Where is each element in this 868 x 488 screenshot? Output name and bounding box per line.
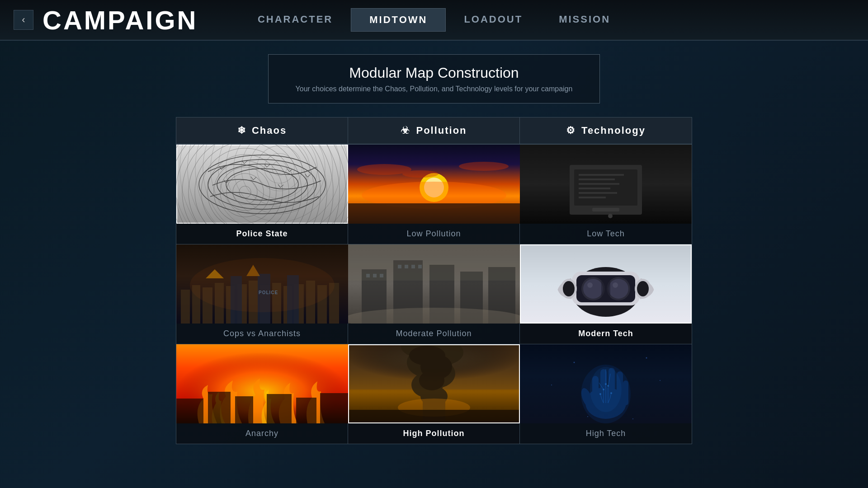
card-cops-anarchists[interactable]: POLICE Cops vs Anarchists bbox=[176, 244, 348, 344]
svg-rect-113 bbox=[601, 275, 610, 302]
svg-line-8 bbox=[242, 160, 244, 164]
svg-rect-51 bbox=[320, 393, 348, 423]
back-button[interactable]: ‹ bbox=[14, 10, 33, 30]
svg-line-12 bbox=[287, 169, 289, 172]
pollution-label: Pollution bbox=[416, 125, 467, 136]
svg-line-16 bbox=[251, 177, 253, 180]
map-construction-title: Modular Map Construction bbox=[296, 65, 573, 81]
svg-rect-59 bbox=[348, 203, 520, 224]
card-high-tech[interactable]: High Tech bbox=[520, 344, 692, 444]
svg-point-57 bbox=[459, 162, 509, 171]
svg-point-2 bbox=[208, 160, 316, 209]
card-moderate-pollution[interactable]: Moderate Pollution bbox=[348, 244, 519, 344]
svg-line-19 bbox=[280, 185, 283, 188]
card-anarchy-image bbox=[176, 344, 348, 423]
main-content: Modular Map Construction Your choices de… bbox=[0, 41, 868, 444]
technology-column: ⚙ Technology bbox=[520, 117, 692, 444]
card-high-pollution-image bbox=[348, 344, 520, 423]
card-modern-tech[interactable]: Modern Tech bbox=[520, 244, 692, 344]
svg-point-5 bbox=[199, 155, 326, 214]
card-low-pollution[interactable]: Low Pollution bbox=[348, 144, 519, 244]
svg-point-109 bbox=[583, 279, 603, 299]
modern-tech-svg bbox=[520, 244, 692, 324]
pollution-icon: ☣ bbox=[401, 125, 410, 136]
svg-point-133 bbox=[574, 362, 575, 363]
svg-point-137 bbox=[587, 416, 588, 417]
svg-line-20 bbox=[305, 174, 307, 177]
grid-container: ❄ Chaos bbox=[176, 117, 692, 444]
map-construction-subtitle: Your choices determine the Chaos, Pollut… bbox=[296, 85, 573, 93]
card-anarchy[interactable]: Anarchy bbox=[176, 344, 348, 444]
svg-point-110 bbox=[609, 279, 628, 299]
svg-rect-23 bbox=[181, 290, 190, 324]
svg-line-21 bbox=[307, 174, 311, 177]
card-modern-tech-label: Modern Tech bbox=[520, 324, 692, 344]
technology-icon: ⚙ bbox=[566, 125, 576, 136]
svg-line-13 bbox=[289, 169, 292, 172]
svg-point-3 bbox=[217, 164, 307, 205]
card-low-pollution-image bbox=[348, 145, 520, 224]
svg-line-18 bbox=[278, 184, 280, 188]
svg-point-116 bbox=[563, 281, 575, 296]
svg-rect-48 bbox=[235, 396, 253, 423]
tab-loadout[interactable]: LOADOUT bbox=[446, 8, 541, 32]
svg-point-88 bbox=[409, 346, 445, 366]
high-pollution-svg bbox=[348, 344, 520, 423]
card-low-tech-label: Low Tech bbox=[520, 224, 692, 244]
nav-tabs: CHARACTER MIDTOWN LOADOUT MISSION bbox=[240, 8, 628, 32]
card-moderate-pollution-image bbox=[348, 244, 520, 324]
svg-line-17 bbox=[253, 177, 256, 180]
svg-rect-49 bbox=[267, 394, 292, 423]
tab-midtown[interactable]: MIDTOWN bbox=[351, 8, 446, 32]
svg-point-135 bbox=[660, 380, 660, 381]
tab-character[interactable]: CHARACTER bbox=[240, 8, 351, 32]
svg-point-43 bbox=[190, 258, 335, 312]
card-police-state-image bbox=[176, 145, 348, 224]
svg-rect-90 bbox=[348, 410, 520, 423]
card-police-state[interactable]: Police State bbox=[176, 144, 348, 244]
svg-point-138 bbox=[632, 418, 633, 419]
pollution-column-header: ☣ Pollution bbox=[348, 117, 519, 144]
svg-point-111 bbox=[587, 282, 593, 288]
svg-point-4 bbox=[226, 169, 298, 200]
card-moderate-pollution-label: Moderate Pollution bbox=[348, 324, 519, 344]
chaos-label: Chaos bbox=[252, 125, 287, 136]
svg-rect-47 bbox=[208, 392, 231, 423]
card-police-state-label: Police State bbox=[176, 224, 348, 244]
svg-line-6 bbox=[219, 166, 222, 169]
svg-point-136 bbox=[551, 385, 552, 385]
low-tech-svg bbox=[520, 145, 692, 224]
svg-point-134 bbox=[646, 357, 647, 359]
card-high-pollution-label: High Pollution bbox=[348, 423, 519, 444]
svg-line-14 bbox=[224, 180, 226, 183]
chaos-icon: ❄ bbox=[237, 125, 246, 136]
svg-point-117 bbox=[637, 281, 649, 296]
svg-line-15 bbox=[226, 180, 229, 183]
header: ‹ CAMPAIGN CHARACTER MIDTOWN LOADOUT MIS… bbox=[0, 0, 868, 41]
svg-point-58 bbox=[402, 170, 439, 178]
tab-mission[interactable]: MISSION bbox=[541, 8, 628, 32]
card-high-tech-label: High Tech bbox=[520, 423, 692, 444]
campaign-title: CAMPAIGN bbox=[42, 5, 198, 35]
card-low-tech[interactable]: Low Tech bbox=[520, 144, 692, 244]
svg-rect-74 bbox=[348, 244, 520, 281]
card-modern-tech-image bbox=[520, 244, 692, 324]
high-tech-svg bbox=[520, 344, 692, 423]
map-construction-box: Modular Map Construction Your choices de… bbox=[268, 54, 600, 103]
svg-line-9 bbox=[244, 161, 247, 164]
svg-rect-102 bbox=[520, 145, 692, 224]
chaos-column: ❄ Chaos bbox=[176, 117, 348, 444]
police-state-svg bbox=[176, 145, 348, 224]
moderate-pollution-svg bbox=[348, 244, 520, 324]
technology-column-header: ⚙ Technology bbox=[520, 117, 692, 144]
technology-label: Technology bbox=[581, 125, 646, 136]
svg-point-132 bbox=[590, 367, 622, 412]
svg-point-112 bbox=[613, 282, 618, 288]
svg-rect-50 bbox=[296, 398, 316, 423]
card-high-tech-image bbox=[520, 344, 692, 423]
card-high-pollution[interactable]: High Pollution bbox=[348, 344, 519, 444]
svg-rect-46 bbox=[176, 399, 203, 423]
svg-line-10 bbox=[264, 164, 267, 167]
anarchy-svg bbox=[176, 344, 348, 423]
chaos-column-header: ❄ Chaos bbox=[176, 117, 348, 144]
